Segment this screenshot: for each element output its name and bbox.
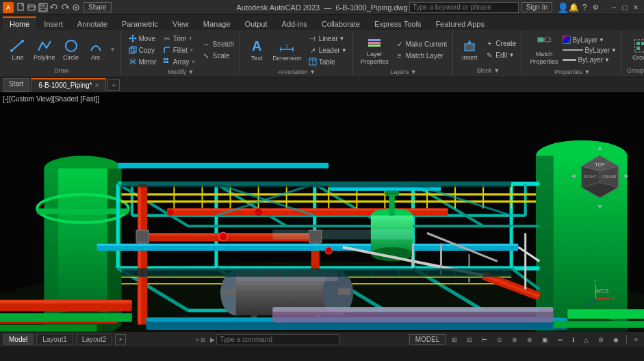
scale-button[interactable]: ⤡ Scale <box>200 51 235 62</box>
workspace-button[interactable]: ⚙ <box>595 335 607 345</box>
insert-button[interactable]: Insert <box>459 36 480 63</box>
tab-output[interactable]: Output <box>238 16 274 30</box>
svg-rect-134 <box>385 191 399 195</box>
dyn-button[interactable]: ▣ <box>539 335 552 345</box>
array-button[interactable]: Array ▼ <box>161 56 198 67</box>
bylayer-lineweight-row[interactable]: ByLayer ▼ <box>563 55 617 64</box>
bylayer-color-row[interactable]: ByLayer ▼ <box>563 35 617 45</box>
model-label: MODEL <box>409 334 446 345</box>
doc-close-button[interactable]: × <box>95 82 99 89</box>
circle-button[interactable]: Circle <box>60 36 82 63</box>
new-tab-button[interactable]: + <box>107 79 120 91</box>
draw-expand[interactable]: ▼ <box>110 46 116 53</box>
ribbon-group-groups: Group Groups ▼ <box>623 32 644 75</box>
start-button[interactable]: Start <box>3 78 29 92</box>
tab-collaborate[interactable]: Collaborate <box>315 16 367 30</box>
new-icon[interactable] <box>16 3 26 12</box>
tab-manage[interactable]: Manage <box>196 16 237 30</box>
mirror-button[interactable]: Mirror <box>127 56 158 67</box>
ribbon-group-annotation: A Text Dimension ⊣ Linear ▼ <box>242 32 353 75</box>
signin-button[interactable]: Sign In <box>521 2 552 12</box>
open-icon[interactable] <box>27 3 37 12</box>
otrack-button[interactable]: ⊗ <box>524 335 536 345</box>
command-input[interactable] <box>216 334 339 345</box>
tab-home[interactable]: Home <box>3 16 36 30</box>
copy-button[interactable]: Copy <box>127 45 158 55</box>
save-icon[interactable] <box>38 3 48 12</box>
viewport[interactable]: [-][Custom View][Shaded [Fast]] <box>0 92 644 332</box>
match-layer-button[interactable]: ≡ Match Layer <box>394 50 449 61</box>
model-tab[interactable]: Model <box>3 334 34 345</box>
account-icon[interactable]: 👤 <box>558 3 567 12</box>
tab-insert[interactable]: Insert <box>37 16 70 30</box>
svg-point-8 <box>10 49 13 52</box>
redo-icon[interactable] <box>60 3 70 12</box>
add-layout-button[interactable]: + <box>115 334 126 345</box>
layer-properties-button[interactable]: LayerProperties <box>359 33 391 67</box>
settings-icon[interactable]: ⚙ <box>591 3 600 12</box>
undo-icon[interactable] <box>49 3 59 12</box>
match-properties-button[interactable]: MatchProperties <box>528 33 560 67</box>
svg-text:◄: ◄ <box>569 172 576 179</box>
stretch-button[interactable]: ↔ Stretch <box>200 39 235 50</box>
tab-addins[interactable]: Add-ins <box>275 16 314 30</box>
osnap-button[interactable]: ⊕ <box>508 335 521 345</box>
minimize-button[interactable]: − <box>608 3 619 12</box>
svg-rect-18 <box>164 58 166 60</box>
snap-button[interactable]: ⊞ <box>448 335 461 345</box>
customize-button[interactable]: ≡ <box>631 335 641 345</box>
isolate-button[interactable]: ◉ <box>610 335 622 345</box>
line-button[interactable]: Line <box>7 36 29 63</box>
tab-parametric[interactable]: Parametric <box>115 16 165 30</box>
svg-point-10 <box>66 40 77 51</box>
bylayer-linetype-row[interactable]: ByLayer ▼ <box>563 45 617 55</box>
leader-button[interactable]: ↗ Leader ▼ <box>307 45 348 55</box>
restore-button[interactable]: □ <box>619 3 630 12</box>
search-input[interactable] <box>409 2 519 13</box>
group-button[interactable]: Group <box>630 36 644 63</box>
workspace-icon[interactable] <box>71 3 81 12</box>
tab-featuredapps[interactable]: Featured Apps <box>428 16 491 30</box>
notification-icon[interactable]: 🔔 <box>569 3 578 12</box>
svg-text:Z: Z <box>583 304 587 310</box>
app-icon: A <box>3 2 14 13</box>
polar-button[interactable]: ⊙ <box>493 335 506 345</box>
make-current-button[interactable]: ✓ Make Current <box>394 38 449 49</box>
layers-tools: LayerProperties ✓ Make Current ≡ Match L… <box>359 33 449 67</box>
qp-button[interactable]: ℹ <box>569 335 578 345</box>
titlebar-right: Sign In 👤 🔔 ? ⚙ − □ × <box>409 2 641 13</box>
edit-button[interactable]: ✎ Edit ▼ <box>483 50 517 61</box>
annotation-scale[interactable]: △ <box>580 335 592 345</box>
svg-marker-12 <box>131 40 134 42</box>
document-tabbar: Start 6-B-1000_Piping* × + <box>0 77 644 92</box>
help-icon[interactable]: ? <box>580 3 589 12</box>
lw-button[interactable]: ═ <box>554 335 565 345</box>
layout2-tab[interactable]: Layout2 <box>76 334 113 345</box>
modify-col2: ✂ Trim ▼ Fillet ▼ <box>161 33 198 67</box>
grid-button[interactable]: ⊟ <box>463 335 476 345</box>
svg-rect-121 <box>118 163 329 169</box>
text-button[interactable]: A Text <box>246 37 268 64</box>
table-button[interactable]: Table <box>307 56 348 67</box>
linear-button[interactable]: ⊣ Linear ▼ <box>307 33 348 44</box>
create-button[interactable]: + Create <box>483 38 517 49</box>
fillet-button[interactable]: Fillet ▼ <box>161 45 198 55</box>
polyline-button[interactable]: Polyline <box>31 36 57 63</box>
tab-view[interactable]: View <box>166 16 196 30</box>
layout1-tab[interactable]: Layout1 <box>36 334 73 345</box>
tab-annotate[interactable]: Annotate <box>70 16 114 30</box>
svg-rect-21 <box>166 61 168 63</box>
match-properties-icon <box>536 34 552 51</box>
doc-tab-active[interactable]: 6-B-1000_Piping* × <box>31 78 106 92</box>
arc-button[interactable]: Arc <box>85 36 107 63</box>
ortho-button[interactable]: ⊢ <box>478 335 491 345</box>
svg-rect-40 <box>641 42 644 45</box>
tab-expresstools[interactable]: Express Tools <box>368 16 428 30</box>
svg-text:►: ► <box>623 172 630 179</box>
share-button[interactable]: Share <box>83 2 112 12</box>
dimension-button[interactable]: Dimension <box>270 37 304 64</box>
svg-rect-4 <box>40 8 46 11</box>
trim-button[interactable]: ✂ Trim ▼ <box>161 33 198 44</box>
close-button[interactable]: × <box>630 3 641 12</box>
move-button[interactable]: Move <box>127 33 158 44</box>
